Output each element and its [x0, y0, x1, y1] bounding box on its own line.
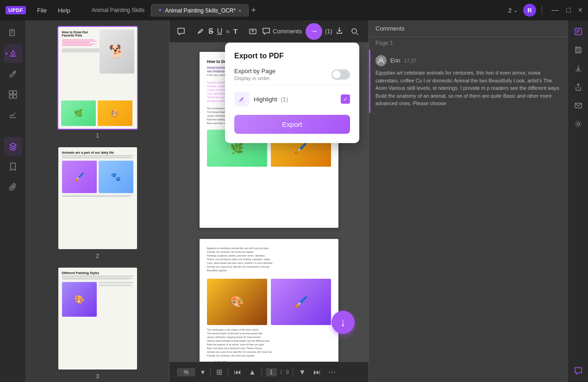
total-pages: 9 — [286, 369, 289, 376]
right-icon-chat[interactable] — [571, 363, 586, 378]
scroll-down-button[interactable]: ↓ — [332, 311, 355, 334]
page2-body: Egyptian art celebrates animals like cat… — [207, 246, 331, 357]
thumb-title-2: Animals are a part of our daily life — [62, 151, 136, 154]
sidebar-icon-layers[interactable] — [4, 137, 22, 156]
thumbnail-frame-1[interactable]: 🐕 How to Draw Our Favorite Pets — [57, 26, 138, 130]
thumbnail-preview-3: Different Painting Styles 🎨 — [58, 268, 137, 369]
add-tab-button[interactable]: + — [251, 6, 256, 15]
right-icon-settings[interactable] — [571, 117, 586, 132]
export-by-page-row: Export by Page Display in order. — [234, 68, 350, 81]
underline-tool-button[interactable]: U — [217, 24, 223, 39]
export-by-page-info: Export by Page Display in order. — [234, 68, 275, 81]
next-page-button[interactable]: ▼ — [297, 367, 308, 377]
sidebar-icon-highlight[interactable] — [4, 44, 22, 63]
comment-tool-button[interactable] — [177, 24, 185, 39]
minimize-button[interactable]: — — [551, 6, 559, 14]
first-page-button[interactable]: ⏮ — [232, 367, 243, 377]
thumbnail-panel: 🐕 How to Draw Our Favorite Pets — [26, 20, 169, 382]
bottom-separator-2 — [228, 368, 228, 377]
highlight-checkbox[interactable]: ✓ — [341, 94, 350, 104]
arrow-comment-area: → (1) — [306, 23, 344, 40]
highlight-tool-button[interactable] — [196, 24, 205, 39]
textbox-tool-button[interactable] — [249, 24, 257, 39]
strikethrough-tool-button[interactable]: S — [208, 24, 213, 39]
more-options-button[interactable]: ⋯ — [326, 367, 338, 377]
thumb-title-3: Different Painting Styles — [62, 271, 133, 275]
comment-time: 17:27 — [404, 58, 417, 63]
right-icon-share[interactable] — [571, 80, 586, 94]
arrow-button[interactable]: → — [306, 23, 322, 40]
comment-avatar — [375, 55, 387, 66]
tab-close-button[interactable]: × — [238, 8, 241, 13]
right-icons-panel — [568, 20, 588, 382]
thumbnail-item-2[interactable]: Animals are a part of our daily life 🖌️ … — [31, 146, 163, 259]
export-button-main[interactable]: Export — [234, 115, 350, 134]
tab-bar: Animal Painting Skills ✦ Animal Painting… — [85, 4, 505, 17]
svg-rect-2 — [11, 32, 13, 32]
right-icon-download[interactable] — [571, 61, 586, 76]
export-by-page-toggle[interactable] — [332, 69, 350, 80]
divider — [542, 6, 542, 15]
sidebar-icon-organize[interactable] — [4, 85, 22, 104]
last-page-button[interactable]: ⏭ — [312, 367, 323, 377]
close-button[interactable]: × — [578, 6, 582, 14]
zoom-dropdown-button[interactable]: ▾ — [199, 367, 206, 377]
search-button[interactable] — [347, 24, 362, 39]
main-toolbar: S U ≈ T Comments → (1) — [169, 20, 369, 43]
center-column: S U ≈ T Comments → (1) — [169, 20, 369, 382]
text-tool-button[interactable]: T — [233, 24, 238, 39]
comments-panel-header: Comments — [369, 20, 568, 37]
svg-rect-3 — [11, 33, 13, 33]
svg-point-10 — [352, 29, 357, 33]
svg-rect-0 — [10, 30, 14, 36]
sidebar-icon-sign[interactable] — [4, 106, 22, 124]
current-page-input[interactable] — [266, 368, 277, 376]
sidebar-icon-attachments[interactable] — [4, 178, 22, 196]
zoom-input[interactable] — [177, 368, 195, 376]
thumbnail-item-3[interactable]: Different Painting Styles 🎨 — [31, 267, 163, 380]
svg-rect-5 — [13, 91, 17, 94]
menu-help[interactable]: Help — [58, 7, 70, 14]
wave-underline-tool-button[interactable]: ≈ — [226, 24, 230, 39]
bottom-separator-1 — [210, 368, 211, 377]
sidebar — [0, 20, 26, 382]
comments-panel: Comments Page 1 Erin 17:27 Egyptian art … — [369, 20, 568, 382]
tab-count[interactable]: 2 ⌄ — [508, 7, 518, 14]
display-order-label: Display in order. — [234, 75, 275, 81]
thumbnail-item-1[interactable]: 🐕 How to Draw Our Favorite Pets — [31, 26, 163, 139]
comment-text: Egyptian art celebrate animals for centu… — [375, 69, 561, 107]
menu-file[interactable]: File — [37, 7, 47, 14]
thumbnail-preview-1: 🐕 How to Draw Our Favorite Pets — [58, 27, 137, 129]
thumbnail-frame-2[interactable]: Animals are a part of our daily life 🖌️ … — [57, 146, 138, 250]
fit-page-button[interactable]: ⊞ — [214, 367, 224, 377]
prev-page-button[interactable]: ▲ — [247, 367, 258, 377]
tab-animal-painting[interactable]: Animal Painting Skills — [85, 4, 151, 16]
maximize-button[interactable]: □ — [566, 6, 571, 14]
sidebar-icon-edit[interactable] — [4, 65, 22, 83]
svg-point-17 — [577, 123, 579, 125]
export-popup: Export to PDF Export by Page Display in … — [225, 43, 359, 143]
bottom-toolbar: ▾ ⊞ ⏮ ▲ / 9 ▼ ⏭ ⋯ — [169, 362, 369, 382]
svg-rect-11 — [238, 101, 245, 102]
bottom-separator-4 — [293, 368, 293, 377]
sidebar-icon-pages[interactable] — [4, 24, 22, 43]
export-button[interactable] — [335, 26, 344, 37]
thumbnail-frame-3[interactable]: Different Painting Styles 🎨 — [57, 267, 138, 370]
export-popup-title: Export to PDF — [234, 52, 350, 60]
tab-label: Animal Painting Skills_OCR* — [165, 7, 236, 14]
right-icon-save[interactable] — [571, 43, 586, 57]
sidebar-icon-bookmarks[interactable] — [4, 157, 22, 176]
right-icon-email[interactable] — [571, 98, 586, 113]
comment-author-row: Erin 17:27 — [375, 55, 561, 66]
svg-rect-14 — [577, 51, 580, 53]
comments-label: Comments — [273, 28, 302, 35]
toolbar-right: → (1) — [306, 23, 362, 40]
main-area: 🐕 How to Draw Our Favorite Pets — [0, 20, 588, 382]
highlight-icon — [234, 92, 249, 106]
tab-animal-painting-ocr[interactable]: ✦ Animal Painting Skills_OCR* × — [151, 4, 248, 17]
comments-button[interactable]: Comments — [263, 28, 302, 35]
right-icon-ocr[interactable] — [571, 24, 586, 39]
thumb-title-1: How to Draw Our Favorite Pets — [62, 31, 99, 37]
comment-bar — [369, 50, 370, 113]
user-avatar[interactable]: R — [523, 4, 536, 17]
